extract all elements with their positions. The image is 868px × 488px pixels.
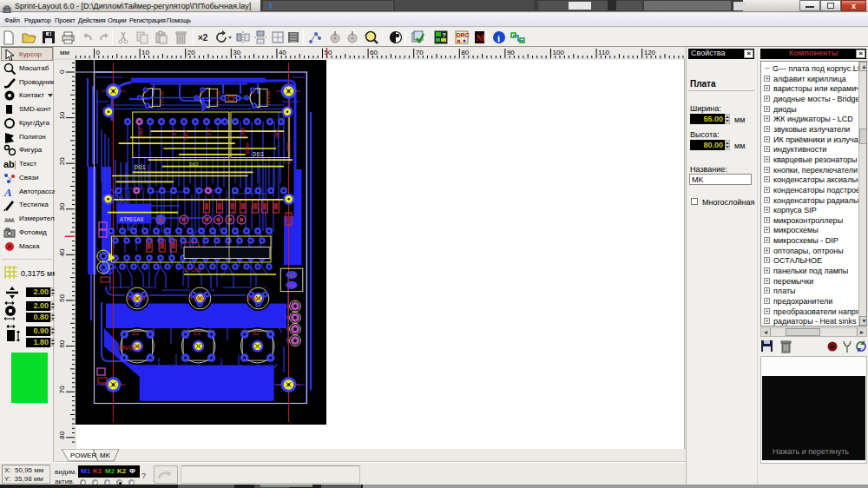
svg-text:D0: D0 [171, 129, 177, 136]
svg-text:POWER: POWER [70, 452, 96, 459]
svg-text:?: ? [442, 31, 446, 39]
svg-text:IN: IN [286, 327, 290, 332]
svg-text:GND: GND [285, 142, 291, 152]
svg-text:Sx GND: Sx GND [184, 267, 201, 273]
svg-text:VD1: VD1 [286, 274, 294, 278]
svg-text:50: 50 [58, 294, 66, 302]
svg-text:M: M [477, 32, 486, 43]
svg-text:GND: GND [286, 283, 296, 287]
svg-text:IN: IN [286, 339, 290, 343]
svg-text:60: 60 [58, 340, 66, 347]
svg-text:60: 60 [370, 49, 378, 56]
svg-text:A: A [3, 186, 12, 198]
svg-text:30: 30 [58, 202, 66, 210]
svg-text:AND: AND [273, 129, 279, 139]
svg-text:×2: ×2 [198, 33, 208, 43]
svg-text:10: 10 [58, 111, 66, 119]
svg-text:PWM: PWM [248, 296, 261, 301]
svg-text:мм: мм [60, 49, 69, 56]
svg-text:GND: GND [240, 128, 246, 137]
svg-text:D2: D2 [206, 129, 212, 136]
svg-text:0: 0 [96, 49, 101, 56]
svg-text:ATMEGA8: ATMEGA8 [120, 217, 143, 223]
svg-text:110: 110 [598, 49, 609, 56]
svg-text:GND: GND [182, 131, 188, 141]
svg-text:IN: IN [286, 305, 290, 309]
svg-text:D63: D63 [189, 162, 199, 168]
svg-text:DG1: DG1 [135, 164, 146, 171]
svg-text:TIMER: TIMER [189, 296, 206, 301]
svg-text:70: 70 [416, 49, 424, 56]
svg-text:ANGD: ANGD [244, 142, 250, 155]
svg-text:20: 20 [58, 157, 66, 165]
svg-text:30: 30 [233, 49, 240, 56]
svg-text:S1: S1 [132, 330, 139, 336]
svg-text:ab|: ab| [3, 159, 16, 169]
svg-text:100: 100 [553, 49, 565, 56]
svg-text:BC547: BC547 [265, 91, 271, 106]
svg-text:90: 90 [507, 49, 515, 56]
svg-text:MK: MK [100, 452, 111, 459]
svg-text:ON/OFF: ON/OFF [118, 345, 141, 351]
svg-text:10: 10 [141, 49, 149, 56]
svg-text:i: i [497, 33, 500, 43]
svg-text:S2: S2 [253, 330, 260, 336]
svg-text:DRC: DRC [457, 32, 470, 38]
svg-text:KONTR: KONTR [127, 296, 146, 301]
svg-text:GND: GND [137, 128, 143, 137]
svg-text:80: 80 [58, 431, 66, 439]
svg-text:80: 80 [461, 49, 469, 56]
svg-text:20: 20 [187, 49, 195, 56]
svg-text:40: 40 [58, 248, 66, 256]
svg-text:50: 50 [325, 49, 332, 56]
svg-text:D63: D63 [253, 151, 264, 158]
svg-text:70: 70 [58, 386, 66, 393]
svg-text:0: 0 [58, 69, 66, 74]
svg-text:S3: S3 [194, 330, 201, 336]
svg-text:IN: IN [286, 316, 290, 320]
svg-text:120: 120 [644, 49, 656, 56]
svg-text:40: 40 [279, 49, 286, 56]
